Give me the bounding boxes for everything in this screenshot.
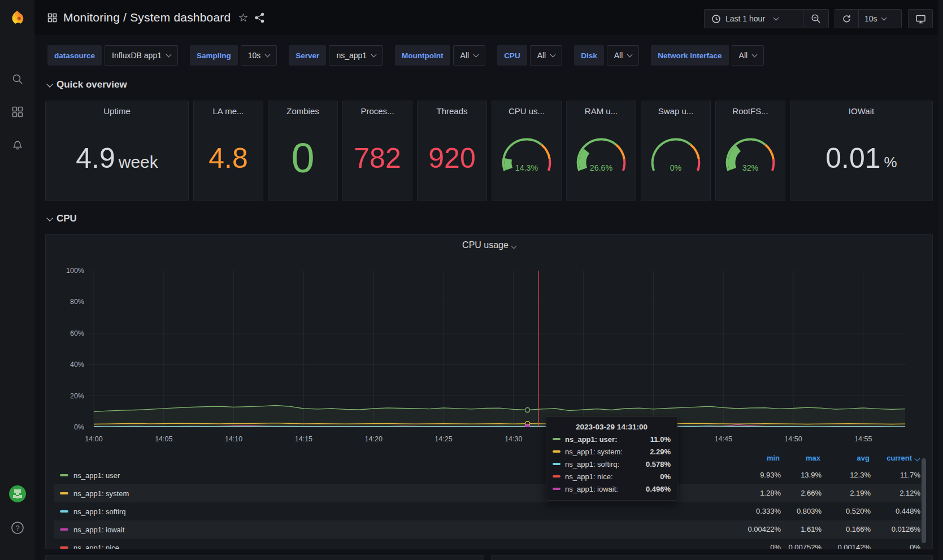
variable-value-dropdown[interactable]: 10s	[241, 45, 277, 66]
stats-row: Uptime4.9 weekLA me...4.8Zombies0Proces.…	[45, 101, 933, 201]
y-tick-label: 100%	[46, 266, 84, 275]
stat-panel-title[interactable]: RootFS...	[732, 106, 768, 116]
stat-panel-title[interactable]: IOWait	[849, 106, 874, 116]
monitor-icon	[915, 14, 926, 24]
legend-row-nice[interactable]: ns_app1: nice0%0.00752%0.00142%0%	[54, 539, 925, 549]
tooltip-row: ns_app1: nice:0%	[553, 470, 671, 483]
variable-label[interactable]: Disk	[574, 45, 604, 66]
stat-panel-zombies: Zombies0	[268, 101, 338, 201]
x-tick-label: 14:15	[285, 435, 321, 443]
legend-value-current: 0.0126%	[864, 520, 920, 539]
stat-panel-title[interactable]: RAM u...	[585, 106, 618, 116]
time-range-picker[interactable]: Last 1 hour	[704, 9, 829, 28]
stat-panel-title[interactable]: Swap u...	[658, 106, 694, 116]
grafana-dashboard: ? Monitoring / System dashboard ☆ Last 1…	[0, 0, 943, 560]
user-avatar[interactable]	[0, 481, 34, 506]
stat-value-text: 4.9	[76, 144, 115, 172]
variable-value-dropdown[interactable]: All	[530, 45, 563, 66]
tooltip-series-value: 0.496%	[646, 485, 671, 493]
panel-title-cpu-usage[interactable]: CPU usage	[46, 240, 932, 250]
variable-label[interactable]: Sampling	[190, 45, 238, 66]
variable-label[interactable]: CPU	[497, 45, 527, 66]
stat-panel-title[interactable]: Proces...	[360, 106, 394, 116]
search-icon[interactable]	[0, 67, 34, 92]
section-header-cpu[interactable]: CPU	[47, 213, 77, 224]
legend-column-avg[interactable]: avg	[819, 454, 870, 464]
grafana-logo-icon[interactable]	[0, 6, 34, 33]
star-icon[interactable]: ☆	[238, 11, 248, 24]
variable-value-dropdown[interactable]: ns_app1	[329, 45, 383, 66]
tooltip-row: ns_app1: softirq:0.578%	[553, 458, 671, 470]
stat-panel-title[interactable]: LA me...	[212, 106, 244, 116]
variable-label[interactable]: datasource	[47, 45, 102, 66]
legend-column-current[interactable]: current	[868, 454, 919, 464]
cpu-usage-chart[interactable]	[88, 271, 906, 427]
sidebar: ?	[0, 0, 34, 560]
stat-value-unit: %	[884, 155, 897, 170]
series-swatch	[553, 475, 560, 477]
variable-datasource: datasourceInfluxDB app1	[47, 45, 178, 66]
variable-disk: DiskAll	[574, 45, 639, 66]
section-header-quick-overview[interactable]: Quick overview	[47, 79, 127, 90]
time-range-label: Last 1 hour	[725, 14, 765, 23]
gauge-body: 32%	[716, 116, 785, 201]
chevron-down-icon	[752, 51, 758, 57]
stat-panel-title[interactable]: Uptime	[103, 106, 131, 116]
help-icon[interactable]: ?	[0, 515, 34, 540]
gauge: 0%	[641, 127, 710, 190]
legend-row-iowait[interactable]: ns_app1: iowait0.00422%1.61%0.166%0.0126…	[54, 520, 925, 539]
legend-value-avg: 0.520%	[814, 502, 871, 520]
stat-panel-title[interactable]: CPU us...	[509, 106, 545, 116]
legend-row-user[interactable]: ns_app1: user9.93%13.9%12.3%11.7%	[54, 466, 925, 484]
gauge: 14.3%	[492, 127, 561, 190]
series-swatch	[553, 450, 560, 453]
y-tick-label: 20%	[46, 392, 84, 401]
stat-panel-title[interactable]: Zombies	[286, 106, 319, 116]
legend-value-avg: 0.166%	[814, 520, 871, 539]
tooltip-rows: ns_app1: user:11.0%ns_app1: system:2.29%…	[553, 433, 671, 495]
variable-value-dropdown[interactable]: All	[607, 45, 640, 66]
stat-value: 4.9 week	[46, 116, 188, 201]
stat-value-text: 920	[428, 144, 475, 172]
legend-value-current: 0%	[864, 539, 920, 549]
stat-value: 0	[268, 116, 337, 201]
breadcrumb: Monitoring / System dashboard ☆	[47, 0, 265, 35]
chevron-down-icon	[166, 51, 172, 57]
legend-value-avg: 0.00142%	[814, 539, 871, 549]
variable-value-dropdown[interactable]: All	[732, 45, 764, 66]
legend-column-max[interactable]: max	[770, 454, 820, 464]
variable-value-dropdown[interactable]: All	[453, 45, 486, 66]
variable-label[interactable]: Network interface	[651, 45, 728, 66]
legend-scrollbar[interactable]	[922, 458, 926, 543]
share-icon[interactable]	[254, 12, 265, 23]
chevron-down-icon	[473, 51, 479, 57]
stat-value: 0.01 %	[790, 116, 932, 201]
page-scrollbar[interactable]	[938, 0, 943, 560]
stat-panel-proces-: Proces...782	[342, 101, 412, 201]
tooltip-row: ns_app1: user:11.0%	[553, 433, 671, 445]
legend-row-softirq[interactable]: ns_app1: softirq0.333%0.803%0.520%0.448%	[54, 502, 925, 520]
refresh-button[interactable]	[835, 14, 858, 24]
stat-panel-title[interactable]: Threads	[436, 106, 467, 116]
stat-value-text: 4.8	[208, 144, 248, 172]
kiosk-mode-button[interactable]	[908, 9, 933, 28]
chevron-down-icon	[46, 215, 53, 221]
grafana-flame	[8, 10, 27, 29]
alerting-bell-icon[interactable]	[0, 132, 34, 157]
dashboards-icon[interactable]	[0, 99, 34, 124]
legend-row-system[interactable]: ns_app1: system1.28%2.66%2.19%2.12%	[54, 484, 925, 502]
stat-value-text: 0.01	[825, 144, 880, 172]
svg-text:14.3%: 14.3%	[515, 163, 538, 172]
tooltip-series-name: ns_app1: nice:	[565, 472, 660, 481]
variable-label[interactable]: Server	[289, 45, 326, 66]
x-tick-label: 14:10	[216, 435, 252, 443]
y-tick-label: 0%	[46, 423, 84, 432]
x-tick-label: 14:30	[496, 435, 532, 443]
gauge: 26.6%	[567, 127, 636, 190]
variable-value-dropdown[interactable]: InfluxDB app1	[105, 45, 178, 66]
zoom-out-button[interactable]	[803, 14, 828, 24]
refresh-interval-dropdown[interactable]: 10s	[859, 14, 892, 23]
variable-label[interactable]: Mountpoint	[395, 45, 450, 66]
series-swatch	[60, 492, 68, 494]
series-swatch	[553, 438, 560, 440]
